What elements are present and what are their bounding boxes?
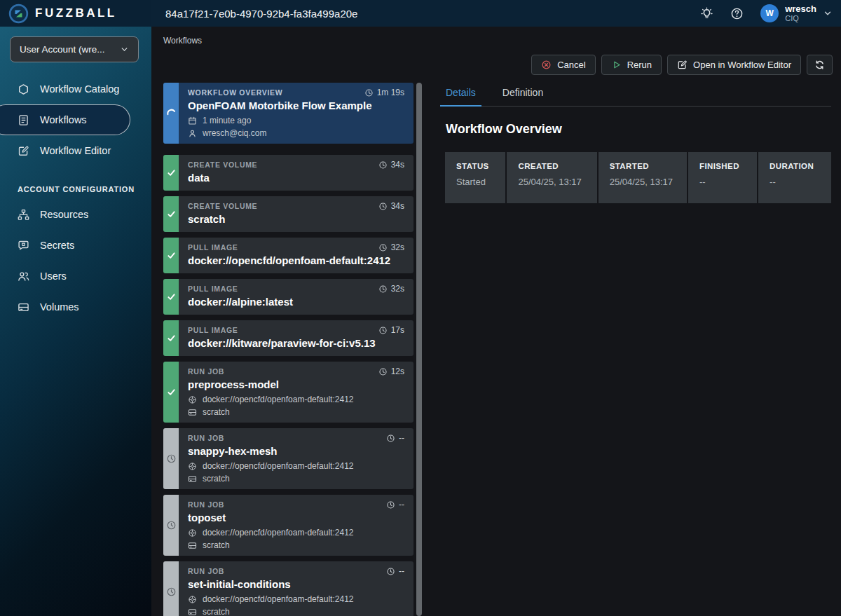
stat-cell-status: STATUSStarted (445, 152, 505, 203)
status-running-icon (166, 108, 177, 118)
sidebar-item-secrets[interactable]: Secrets (0, 230, 151, 261)
stat-cell-duration: DURATION-- (758, 152, 831, 203)
tab-definition[interactable]: Definition (497, 83, 549, 106)
status-stripe (163, 83, 179, 144)
main-content: Workflows Cancel Rerun Open in Workflow … (151, 27, 841, 616)
step-meta-row: scratch (188, 540, 404, 550)
avatar[interactable]: W (760, 4, 779, 22)
brand-name: FUZZBALL (35, 6, 117, 20)
clock-icon (378, 326, 388, 335)
fuzzball-logo-icon (8, 4, 29, 24)
scrollbar-thumb[interactable] (416, 83, 422, 616)
lightbulb-icon[interactable] (700, 7, 713, 20)
sidebar-item-workflows[interactable]: Workflows (0, 104, 130, 135)
sidebar-item-workflow-editor[interactable]: Workflow Editor (0, 135, 151, 166)
status-stripe (163, 320, 179, 356)
brand-header: FUZZBALL (0, 0, 151, 27)
step-meta-text: 1 minute ago (203, 116, 251, 125)
workflow-step-card[interactable]: PULL IMAGE32sdocker://alpine:latest (163, 279, 413, 315)
stat-value: 25/04/25, 13:17 (518, 177, 585, 187)
step-duration: 34s (378, 201, 404, 211)
step-title: scratch (188, 212, 404, 226)
step-meta-text: docker://opencfd/openfoam-default:2412 (203, 528, 353, 538)
volumes-icon (188, 408, 197, 417)
user-menu-chevron-icon[interactable] (823, 8, 833, 18)
open-workflow-editor-button[interactable]: Open in Workflow Editor (667, 55, 801, 75)
status-done-icon (166, 387, 177, 397)
step-meta-text: docker://opencfd/openfoam-default:2412 (203, 594, 353, 604)
step-meta-text: wresch@ciq.com (203, 128, 267, 138)
workflow-step-card[interactable]: RUN JOB--set-initial-conditionsdocker://… (163, 561, 413, 616)
details-panel: DetailsDefinition Workflow Overview STAT… (435, 83, 841, 616)
sidebar-item-label: Workflow Catalog (40, 83, 119, 95)
step-type-label: CREATE VOLUME (188, 201, 257, 211)
step-title: data (188, 171, 404, 185)
users-icon (18, 271, 29, 282)
workflow-step-card[interactable]: CREATE VOLUME34sdata (163, 155, 413, 191)
step-duration: -- (386, 500, 404, 509)
hexagon-icon (18, 83, 29, 95)
resources-icon (18, 209, 29, 221)
sidebar-item-label: Users (40, 271, 67, 282)
sidebar-item-resources[interactable]: Resources (0, 199, 151, 230)
docker-icon (188, 395, 197, 404)
step-duration: 17s (378, 325, 404, 335)
stat-label: STATUS (456, 162, 494, 170)
volumes-icon (188, 474, 197, 484)
stat-cell-created: CREATED25/04/25, 13:17 (507, 152, 596, 203)
account-selector[interactable]: User Account (wre... (10, 36, 139, 62)
step-card-body: RUN JOB--toposetdocker://opencfd/openfoa… (179, 495, 413, 556)
breadcrumb[interactable]: Workflows (163, 36, 202, 46)
step-meta-row: docker://opencfd/openfoam-default:2412 (188, 594, 404, 604)
tab-bar: DetailsDefinition (440, 83, 831, 107)
status-stripe (163, 196, 179, 232)
sidebar-nav: Workflow CatalogWorkflowsWorkflow Editor… (0, 74, 151, 322)
docker-icon (188, 595, 197, 604)
status-done-icon (166, 250, 177, 261)
refresh-button[interactable] (807, 55, 833, 75)
step-card-body: PULL IMAGE32sdocker://alpine:latest (179, 279, 413, 315)
tab-details[interactable]: Details (440, 83, 481, 107)
step-title: docker://kitware/paraview-for-ci:v5.13 (188, 336, 404, 350)
sidebar-item-label: Volumes (40, 301, 79, 313)
cancel-icon (541, 60, 552, 70)
rerun-button-label: Rerun (627, 60, 652, 70)
steps-list: WORKFLOW OVERVIEW1m 19sOpenFOAM Motorbik… (163, 83, 413, 616)
stat-label: DURATION (770, 162, 820, 170)
status-stripe (163, 238, 179, 273)
workflow-step-card[interactable]: RUN JOB12spreprocess-modeldocker://openc… (163, 362, 413, 423)
sidebar-item-volumes[interactable]: Volumes (0, 292, 151, 322)
secrets-icon (18, 240, 29, 252)
step-meta-text: scratch (203, 540, 230, 550)
help-icon[interactable] (730, 7, 744, 20)
workflow-overview-card[interactable]: WORKFLOW OVERVIEW1m 19sOpenFOAM Motorbik… (163, 83, 413, 144)
status-stripe (163, 279, 179, 315)
clock-icon (386, 500, 395, 509)
status-stripe (163, 561, 179, 616)
play-icon (611, 60, 622, 70)
rerun-button[interactable]: Rerun (601, 55, 662, 75)
sidebar-item-users[interactable]: Users (0, 261, 151, 292)
workflow-step-card[interactable]: RUN JOB--snappy-hex-meshdocker://opencfd… (163, 428, 413, 489)
user-block: wresch CIQ (785, 4, 816, 24)
nav-section-header: ACCOUNT CONFIGURATION (18, 185, 151, 193)
sidebar-item-workflow-catalog[interactable]: Workflow Catalog (0, 74, 151, 104)
chevron-down-icon (120, 45, 129, 54)
step-duration: 1m 19s (364, 88, 404, 97)
workflow-step-card[interactable]: PULL IMAGE17sdocker://kitware/paraview-f… (163, 320, 413, 356)
account-selector-label: User Account (wre... (20, 44, 105, 55)
workflow-step-card[interactable]: CREATE VOLUME34sscratch (163, 196, 413, 232)
clock-icon (386, 567, 395, 576)
workflow-step-card[interactable]: RUN JOB--toposetdocker://opencfd/openfoa… (163, 495, 413, 556)
status-stripe (163, 495, 179, 556)
overview-stats: STATUSStartedCREATED25/04/25, 13:17START… (445, 152, 831, 203)
step-card-header: PULL IMAGE32s (188, 284, 404, 294)
sidebar: FUZZBALL User Account (wre... Workflow C… (0, 0, 151, 616)
step-meta-text: scratch (203, 474, 230, 484)
step-duration: 32s (378, 242, 404, 252)
workflow-step-card[interactable]: PULL IMAGE32sdocker://opencfd/openfoam-d… (163, 238, 413, 273)
step-card-header: RUN JOB-- (188, 566, 404, 576)
document-icon (18, 114, 29, 126)
status-pending-icon (166, 520, 177, 531)
cancel-button[interactable]: Cancel (531, 55, 595, 75)
